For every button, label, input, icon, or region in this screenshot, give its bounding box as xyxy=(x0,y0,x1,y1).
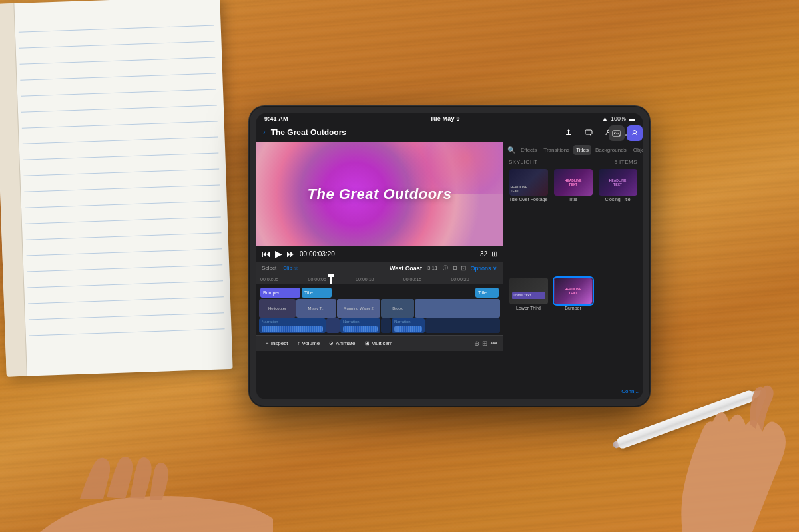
video-title-overlay: The Great Outdoors xyxy=(308,186,452,203)
effect-title-over-footage[interactable]: HEADLINETEXT Title Over Footage xyxy=(507,169,549,275)
animate-button[interactable]: ⊙ Animate xyxy=(325,338,359,348)
narration-clip-2[interactable]: Narration xyxy=(340,318,380,333)
ruler-mark-3: 00:00:10 xyxy=(356,277,403,282)
effect-title[interactable]: HEADLINETEXT Title xyxy=(552,169,594,275)
audio-waveform-3 xyxy=(394,326,422,332)
effect-label-tof: Title Over Footage xyxy=(509,197,548,202)
bottom-toolbar: ≡ Inspect ↑ Volume ⊙ Animate ⊞ Multicam xyxy=(256,335,503,351)
inspect-label: Inspect xyxy=(271,340,288,346)
left-panel: The Great Outdoors ⏮ ▶ ⏭ 00:00:03:20 32 … xyxy=(256,142,503,397)
effects-category: SKYLIGHT 5 Items xyxy=(503,156,643,166)
svg-point-2 xyxy=(590,134,591,136)
effect-thumb-closing: HEADLINETEXT xyxy=(599,169,637,196)
search-button[interactable]: 🔍 xyxy=(506,145,517,155)
tab-transitions[interactable]: Transitions xyxy=(541,145,572,155)
status-right-icons: ▲ 100% ▬ xyxy=(602,115,635,122)
timeline-action-icons: ⚙ ⊡ xyxy=(452,264,466,272)
clip-label[interactable]: Clip ☆ xyxy=(283,265,298,271)
effect-label-lower: Lower Third xyxy=(516,306,541,310)
audio-tail xyxy=(425,318,500,333)
zoom-level: 32 xyxy=(480,250,487,258)
info-icon: ⓘ xyxy=(443,264,448,272)
tab-effects[interactable]: Effects xyxy=(518,145,539,155)
bumper-chip[interactable]: Bumper xyxy=(260,288,300,298)
audio-gap-2 xyxy=(381,318,391,333)
audio-row: Narration Narration Narration xyxy=(259,318,500,333)
expand-icon[interactable]: ⊞ xyxy=(482,340,487,347)
title-chips-row: Bumper Title Title xyxy=(260,286,499,298)
clip-helicopter[interactable]: Helicopter xyxy=(259,299,296,318)
narration-clip-3[interactable]: Narration xyxy=(392,318,425,333)
screen-record-button[interactable] xyxy=(581,125,596,140)
volume-label: Volume xyxy=(302,340,320,346)
play-button[interactable]: ▶ xyxy=(275,248,282,259)
status-time: 9:41 AM xyxy=(264,115,288,122)
title-chip-2[interactable]: Title xyxy=(475,288,499,298)
project-name: West Coast xyxy=(390,265,422,272)
clip-running[interactable]: Running Water 2 xyxy=(337,299,380,318)
photo-library-button[interactable] xyxy=(609,125,625,141)
detach-icon[interactable]: ⊡ xyxy=(461,264,466,272)
clips-row: Helicopter Missy T... Running Water 2 Br… xyxy=(259,299,500,318)
main-area: The Great Outdoors ⏮ ▶ ⏭ 00:00:03:20 32 … xyxy=(256,142,643,397)
tab-backgrounds[interactable]: Backgrounds xyxy=(593,145,629,155)
effect-label-closing: Closing Title xyxy=(605,197,630,202)
lower-third-bar: LOWER TEXT xyxy=(512,292,545,299)
back-button[interactable]: ‹ xyxy=(263,129,266,136)
effect-closing-title[interactable]: HEADLINETEXT Closing Title xyxy=(597,169,639,275)
voice-over-button[interactable] xyxy=(627,125,643,141)
playhead xyxy=(330,274,332,284)
effect-label-bumper: Bumper xyxy=(565,306,581,310)
view-toggle-button[interactable]: ⊞ xyxy=(491,250,497,258)
effect-bumper[interactable]: HEADLINETEXT Bumper xyxy=(552,278,594,384)
track-container: Bumper Title Title Helicopter Missy T... xyxy=(256,284,503,335)
options-button[interactable]: Options ∨ xyxy=(470,265,497,272)
tof-thumb-text: HEADLINETEXT xyxy=(511,185,528,193)
ipad-device: 9:41 AM Tue May 9 ▲ 100% ▬ ‹ The Great O… xyxy=(250,107,649,406)
audio-waveform-1 xyxy=(262,326,323,332)
share-button[interactable] xyxy=(561,125,576,140)
title-chip-1[interactable]: Title xyxy=(302,288,332,298)
status-bar: 9:41 AM Tue May 9 ▲ 100% ▬ xyxy=(256,113,643,123)
rewind-button[interactable]: ⏮ xyxy=(262,248,271,259)
multicam-label: Multicam xyxy=(372,340,393,346)
ruler-mark-1: 00:00:05 xyxy=(260,277,308,282)
closing-thumb-text: HEADLINETEXT xyxy=(609,178,627,186)
ruler-mark-2: 00:00:05 xyxy=(308,277,356,282)
effect-thumb-bumper: HEADLINETEXT xyxy=(554,278,593,304)
effect-lower-third[interactable]: LOWER TEXT Lower Third xyxy=(507,278,549,384)
animate-icon: ⊙ xyxy=(329,340,334,346)
category-count: 5 Items xyxy=(614,159,637,165)
multicam-button[interactable]: ⊞ Multicam xyxy=(361,338,397,348)
notebook xyxy=(0,0,233,377)
playhead-indicator xyxy=(328,274,334,277)
clip-others[interactable] xyxy=(415,299,500,318)
ruler-mark-4: 00:00:15 xyxy=(403,277,451,282)
notebook-lines xyxy=(18,10,226,370)
connect-icon[interactable]: ⚙ xyxy=(452,264,458,272)
volume-button[interactable]: ↑ Volume xyxy=(293,338,324,348)
connect-area: Conn... xyxy=(503,386,643,397)
connect-button[interactable]: Conn... xyxy=(621,388,639,394)
lower-third-text: LOWER TEXT xyxy=(514,294,531,297)
clip-brook[interactable]: Brook xyxy=(381,299,414,318)
timeline-toolbar: Select Clip ☆ West Coast 3:11 ⓘ ⚙ ⊡ Opti… xyxy=(256,262,503,274)
narration-clip-1[interactable]: Narration xyxy=(259,318,326,333)
effects-grid: HEADLINETEXT Title Over Footage HEADLINE… xyxy=(503,166,643,386)
select-label: Select xyxy=(262,265,276,271)
project-title: The Great Outdoors xyxy=(271,128,556,137)
more-icon[interactable]: ••• xyxy=(490,340,497,347)
target-icon[interactable]: ⊕ xyxy=(474,340,479,347)
category-name: SKYLIGHT xyxy=(509,159,538,165)
clip-missy[interactable]: Missy T... xyxy=(296,299,336,318)
battery-icon: ▬ xyxy=(629,115,635,122)
right-toolbar-icons: ⊕ ⊞ ••• xyxy=(474,340,497,347)
wifi-icon: ▲ xyxy=(602,115,608,122)
tab-titles[interactable]: Titles xyxy=(573,145,591,155)
nav-bar: ‹ The Great Outdoors xyxy=(256,123,643,142)
tab-objects[interactable]: Objects xyxy=(631,145,643,155)
multicam-icon: ⊞ xyxy=(365,340,370,346)
fast-forward-button[interactable]: ⏭ xyxy=(286,248,296,259)
inspect-button[interactable]: ≡ Inspect xyxy=(262,338,292,348)
time-display: 00:00:03:20 xyxy=(300,250,335,258)
